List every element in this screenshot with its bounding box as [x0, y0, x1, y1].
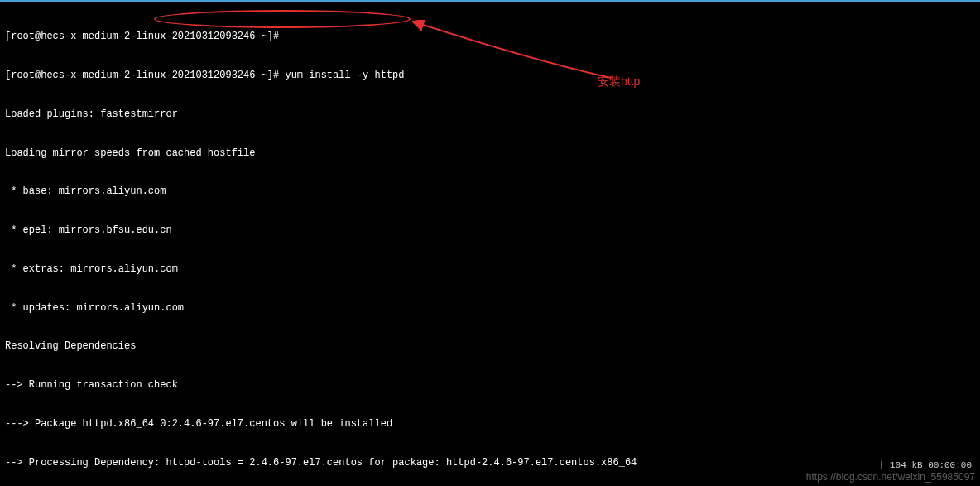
- output-line: --> Running transaction check: [5, 379, 975, 392]
- output-line: * base: mirrors.aliyun.com: [5, 185, 975, 199]
- prompt-line-1: [root@hecs-x-medium-2-linux-202103120932…: [5, 31, 975, 44]
- output-line: * extras: mirrors.aliyun.com: [5, 263, 975, 277]
- prompt-line-2: [root@hecs-x-medium-2-linux-202103120932…: [5, 70, 975, 83]
- output-line: ---> Package httpd.x86_64 0:2.4.6-97.el7…: [5, 418, 975, 431]
- output-line: * updates: mirrors.aliyun.com: [5, 302, 975, 315]
- output-line: Loading mirror speeds from cached hostfi…: [5, 147, 975, 161]
- annotation-text: 安装http: [598, 74, 640, 89]
- download-status: | 104 kB 00:00:00: [879, 460, 972, 471]
- terminal-output[interactable]: [root@hecs-x-medium-2-linux-202103120932…: [0, 2, 980, 486]
- output-line: Loaded plugins: fastestmirror: [5, 108, 975, 122]
- output-line: * epel: mirrors.bfsu.edu.cn: [5, 224, 975, 238]
- output-line: --> Processing Dependency: httpd-tools =…: [5, 457, 975, 470]
- watermark-text: https://blog.csdn.net/weixin_55985097: [806, 471, 975, 484]
- output-line: Resolving Dependencies: [5, 340, 975, 354]
